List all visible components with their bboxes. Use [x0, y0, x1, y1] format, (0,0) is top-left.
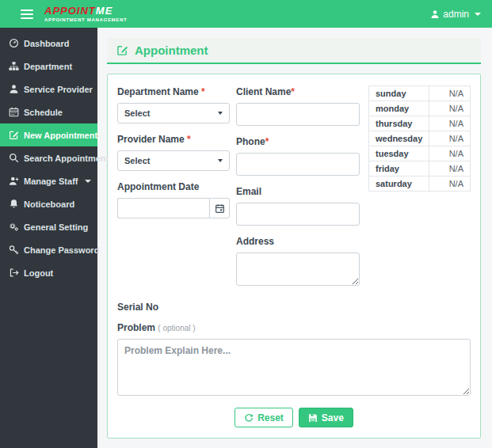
address-label: Address [236, 236, 360, 247]
refresh-icon [244, 413, 254, 423]
appointment-date-label: Appointment Date [117, 181, 230, 192]
value-cell: N/A [429, 161, 471, 177]
chevron-down-icon [85, 180, 91, 183]
sidebar-item-new-appointment[interactable]: New Appointment [0, 123, 97, 146]
key-icon [9, 245, 19, 255]
sidebar-item-change-password[interactable]: Change Password [0, 238, 97, 261]
admin-label: admin [443, 9, 469, 20]
save-icon [308, 413, 318, 423]
dashboard-icon [9, 38, 19, 48]
top-navbar: APPOINTME APPOINTMENT MANAGEMENT admin [0, 0, 492, 28]
search-icon [9, 153, 19, 163]
gears-icon [9, 222, 19, 232]
brand-title: APPOINTME [44, 6, 127, 16]
table-row: monday N/A [369, 101, 471, 116]
main-content: Appointment Department Name * Select Pro… [97, 28, 492, 448]
table-row: sunday N/A [369, 86, 471, 101]
sidebar-item-department[interactable]: Department [0, 55, 97, 78]
app-window: APPOINTME APPOINTMENT MANAGEMENT admin D… [0, 0, 492, 448]
sidebar-item-service-provider[interactable]: Service Provider [0, 78, 97, 101]
chevron-down-icon [475, 13, 481, 16]
serial-no-label: Serial No [117, 302, 471, 313]
provider-name-label: Provider Name * [117, 134, 230, 145]
page-header: Appointment [107, 38, 481, 64]
value-cell: N/A [429, 131, 471, 146]
table-row: wednesday N/A [369, 131, 471, 146]
weekday-schedule-table: sunday N/A monday N/A thursday N/A [368, 85, 471, 192]
logout-icon [9, 268, 19, 278]
value-cell: N/A [429, 101, 471, 116]
save-button[interactable]: Save [299, 408, 353, 427]
calendar-icon [215, 203, 225, 214]
sidebar-item-search-appointment[interactable]: Search Appointment [0, 146, 97, 169]
department-select[interactable]: Select [117, 103, 230, 123]
brand-logo[interactable]: APPOINTME APPOINTMENT MANAGEMENT [44, 6, 127, 22]
edit-icon [9, 130, 19, 140]
form-actions: Reset Save [117, 408, 471, 427]
sidebar-item-noticeboard[interactable]: Noticeboard [0, 192, 97, 215]
sidebar-item-dashboard[interactable]: Dashboard [0, 32, 97, 55]
sidebar-item-manage-staff[interactable]: Manage Staff [0, 169, 97, 192]
edit-icon [116, 44, 128, 56]
client-name-input[interactable] [236, 103, 360, 126]
value-cell: N/A [429, 86, 471, 101]
admin-menu[interactable]: admin [430, 9, 481, 20]
chevron-down-icon [218, 159, 223, 162]
user-plus-icon [9, 176, 19, 186]
value-cell: N/A [429, 146, 471, 161]
calendar-icon [9, 107, 19, 117]
chevron-down-icon [218, 112, 223, 115]
reset-button[interactable]: Reset [235, 408, 293, 427]
day-cell: friday [369, 161, 429, 177]
table-row: thursday N/A [369, 116, 471, 131]
menu-icon[interactable] [21, 9, 33, 19]
provider-select[interactable]: Select [117, 150, 230, 171]
day-cell: wednesday [369, 131, 429, 146]
sidebar-item-schedule[interactable]: Schedule [0, 101, 97, 123]
problem-textarea[interactable] [117, 339, 471, 396]
email-input[interactable] [236, 203, 360, 226]
sidebar-item-logout[interactable]: Logout [0, 261, 97, 284]
page-title: Appointment [135, 44, 208, 57]
client-name-label: Client Name* [236, 86, 360, 97]
user-icon [430, 9, 440, 19]
department-name-label: Department Name * [117, 86, 230, 97]
optional-note: ( optional ) [158, 324, 195, 332]
sidebar: Dashboard Department Service Provider [0, 28, 97, 448]
phone-input[interactable] [236, 153, 360, 176]
day-cell: sunday [369, 86, 429, 101]
value-cell: N/A [429, 116, 471, 131]
table-row: tuesday N/A [369, 146, 471, 161]
problem-label: Problem ( optional ) [117, 322, 471, 333]
appointment-date-group [117, 198, 230, 218]
day-cell: tuesday [369, 146, 429, 161]
sidebar-item-general-setting[interactable]: General Setting [0, 215, 97, 238]
appointment-form-panel: Department Name * Select Provider Name *… [107, 74, 481, 439]
table-row: saturday N/A [369, 177, 471, 192]
address-textarea[interactable] [236, 252, 360, 286]
value-cell: N/A [429, 177, 471, 192]
sitemap-icon [9, 61, 19, 71]
appointment-date-input[interactable] [117, 198, 209, 218]
brand-subtitle: APPOINTMENT MANAGEMENT [44, 17, 127, 22]
bell-icon [9, 199, 19, 209]
day-cell: monday [369, 101, 429, 116]
email-label: Email [236, 186, 360, 197]
phone-label: Phone* [236, 136, 360, 147]
calendar-picker-button[interactable] [209, 198, 230, 218]
day-cell: thursday [369, 116, 429, 131]
table-row: friday N/A [369, 161, 471, 177]
day-cell: saturday [369, 177, 429, 192]
user-icon [9, 84, 19, 94]
